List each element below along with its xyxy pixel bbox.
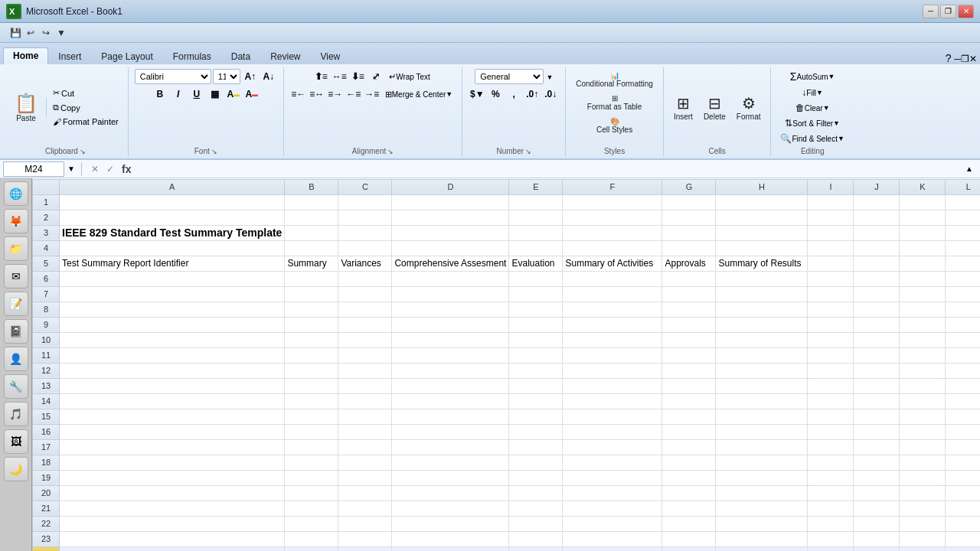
cell-H5[interactable]: Summary of Results: [716, 256, 808, 271]
cell-D14[interactable]: [392, 393, 509, 409]
cell-B21[interactable]: [285, 500, 338, 516]
cell-J16[interactable]: [854, 424, 900, 439]
cell-H2[interactable]: [716, 210, 808, 225]
cell-B15[interactable]: [285, 409, 338, 424]
row-header-12[interactable]: 12: [33, 363, 60, 378]
tab-insert[interactable]: Insert: [48, 47, 91, 64]
cell-C17[interactable]: [338, 439, 392, 455]
cell-H19[interactable]: [716, 470, 808, 485]
cell-C10[interactable]: [338, 332, 392, 347]
cell-I14[interactable]: [808, 393, 854, 409]
cell-J10[interactable]: [854, 332, 900, 347]
cell-D15[interactable]: [392, 409, 509, 424]
cell-C7[interactable]: [338, 286, 392, 302]
cell-H3[interactable]: [716, 225, 808, 240]
cell-F11[interactable]: [563, 347, 662, 363]
cell-L24[interactable]: [946, 546, 980, 551]
cell-I17[interactable]: [808, 439, 854, 455]
dock-icon-6[interactable]: 📓: [4, 319, 28, 344]
row-header-1[interactable]: 1: [33, 194, 60, 210]
cell-B24[interactable]: [285, 546, 338, 551]
cell-A23[interactable]: [60, 531, 285, 546]
col-header-H[interactable]: H: [716, 179, 808, 194]
formula-bar-expand-button[interactable]: ▲: [962, 161, 977, 177]
cell-I16[interactable]: [808, 424, 854, 439]
cell-I7[interactable]: [808, 286, 854, 302]
cell-B14[interactable]: [285, 393, 338, 409]
minimize-button[interactable]: ─: [923, 5, 939, 18]
cell-L16[interactable]: [946, 424, 980, 439]
cell-K19[interactable]: [900, 470, 946, 485]
cell-H4[interactable]: [716, 240, 808, 256]
font-name-select[interactable]: Calibri: [135, 69, 211, 84]
cell-I6[interactable]: [808, 271, 854, 286]
col-header-L[interactable]: L: [946, 179, 980, 194]
row-header-2[interactable]: 2: [33, 210, 60, 225]
cell-J2[interactable]: [854, 210, 900, 225]
row-header-10[interactable]: 10: [33, 332, 60, 347]
cell-J24[interactable]: [854, 546, 900, 551]
tab-formulas[interactable]: Formulas: [163, 47, 221, 64]
cell-F20[interactable]: [563, 485, 662, 500]
cell-L18[interactable]: [946, 455, 980, 470]
cell-E16[interactable]: [509, 424, 563, 439]
dock-icon-10[interactable]: 🖼: [4, 429, 28, 454]
row-header-6[interactable]: 6: [33, 271, 60, 286]
format-table-button[interactable]: ⊞ Format as Table: [583, 92, 646, 113]
decrease-decimal-button[interactable]: .0↓: [542, 86, 559, 102]
cell-H15[interactable]: [716, 409, 808, 424]
cell-F16[interactable]: [563, 424, 662, 439]
cell-D13[interactable]: [392, 378, 509, 393]
cell-I24[interactable]: [808, 546, 854, 551]
cell-A20[interactable]: [60, 485, 285, 500]
cell-D2[interactable]: [392, 210, 509, 225]
cell-J12[interactable]: [854, 363, 900, 378]
cell-D18[interactable]: [392, 455, 509, 470]
cell-I8[interactable]: [808, 302, 854, 317]
cell-F10[interactable]: [563, 332, 662, 347]
cell-J13[interactable]: [854, 378, 900, 393]
format-painter-button[interactable]: 🖌 Format Painter: [50, 116, 122, 128]
cell-I23[interactable]: [808, 531, 854, 546]
cell-J14[interactable]: [854, 393, 900, 409]
cell-L3[interactable]: [946, 225, 980, 240]
cell-G9[interactable]: [662, 317, 716, 332]
cell-D16[interactable]: [392, 424, 509, 439]
cell-I3[interactable]: [808, 225, 854, 240]
cell-G13[interactable]: [662, 378, 716, 393]
cell-H11[interactable]: [716, 347, 808, 363]
row-header-17[interactable]: 17: [33, 439, 60, 455]
cell-K6[interactable]: [900, 271, 946, 286]
cell-G2[interactable]: [662, 210, 716, 225]
cell-A21[interactable]: [60, 500, 285, 516]
align-bottom-button[interactable]: ⬇≡: [349, 69, 366, 84]
cell-J11[interactable]: [854, 347, 900, 363]
cell-J8[interactable]: [854, 302, 900, 317]
cell-D19[interactable]: [392, 470, 509, 485]
cell-A6[interactable]: [60, 271, 285, 286]
comma-button[interactable]: ,: [505, 86, 522, 102]
cell-G3[interactable]: [662, 225, 716, 240]
cell-G14[interactable]: [662, 393, 716, 409]
cell-D1[interactable]: [392, 194, 509, 210]
cell-F3[interactable]: [563, 225, 662, 240]
cell-E17[interactable]: [509, 439, 563, 455]
cell-B11[interactable]: [285, 347, 338, 363]
cell-B20[interactable]: [285, 485, 338, 500]
dock-icon-4[interactable]: ✉: [4, 264, 28, 289]
insert-button[interactable]: ⊞ Insert: [670, 92, 697, 123]
col-header-B[interactable]: B: [285, 179, 338, 194]
cell-A2[interactable]: [60, 210, 285, 225]
cell-I12[interactable]: [808, 363, 854, 378]
cell-E12[interactable]: [509, 363, 563, 378]
tab-home[interactable]: Home: [3, 47, 48, 64]
cell-A16[interactable]: [60, 424, 285, 439]
cell-C15[interactable]: [338, 409, 392, 424]
dock-icon-11[interactable]: 🌙: [4, 457, 28, 481]
cell-J17[interactable]: [854, 439, 900, 455]
cell-K11[interactable]: [900, 347, 946, 363]
cell-F13[interactable]: [563, 378, 662, 393]
dock-icon-2[interactable]: 🦊: [4, 209, 28, 233]
row-header-9[interactable]: 9: [33, 317, 60, 332]
cell-G15[interactable]: [662, 409, 716, 424]
